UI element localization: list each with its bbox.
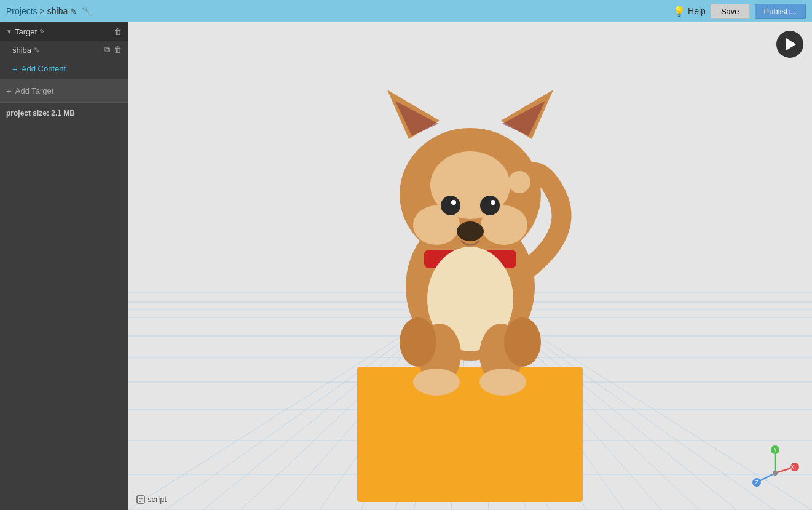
target-section: ▼ Target ✎ 🗑 shiba ✎ ⧉ 🗑 + (0, 22, 128, 79)
help-label: Help (688, 6, 706, 16)
script-label: script (148, 495, 167, 504)
add-target-plus-icon: + (6, 86, 12, 96)
axes-widget: X Y Z (751, 442, 800, 492)
top-bar: Projects > shiba ✎ 🔧 💡 Help Save Publish… (0, 0, 812, 22)
script-icon (136, 495, 145, 504)
shiba-delete-icon[interactable]: 🗑 (114, 45, 122, 55)
shiba-copy-icon[interactable]: ⧉ (104, 45, 110, 55)
target-header: ▼ Target ✎ 🗑 (0, 22, 128, 41)
collapse-triangle-icon[interactable]: ▼ (6, 28, 12, 35)
svg-point-54 (400, 317, 436, 367)
shiba-item-row: shiba ✎ ⧉ 🗑 (0, 41, 128, 58)
add-target-row[interactable]: + Add Target (0, 79, 128, 103)
play-icon (786, 38, 796, 50)
shiba-3d-scene (128, 22, 812, 510)
settings-icon[interactable]: 🔧 (82, 6, 93, 17)
svg-point-52 (413, 369, 460, 396)
help-button[interactable]: 💡 Help (673, 6, 706, 17)
svg-point-55 (504, 317, 541, 367)
svg-point-46 (491, 200, 495, 205)
shiba-item-edit-icon[interactable]: ✎ (34, 46, 39, 54)
shiba-item-left: shiba ✎ (12, 46, 39, 55)
add-content-label: Add Content (22, 64, 66, 73)
target-delete-icon[interactable]: 🗑 (114, 27, 122, 36)
top-bar-right-controls: 💡 Help Save Publish... (673, 4, 806, 19)
project-name-edit-icon[interactable]: ✎ (70, 7, 77, 16)
main-content: ▼ Target ✎ 🗑 shiba ✎ ⧉ 🗑 + (0, 22, 812, 510)
svg-point-63 (773, 471, 778, 476)
shiba-item-name: shiba (12, 46, 31, 55)
breadcrumb: Projects > shiba ✎ 🔧 (6, 6, 673, 17)
svg-point-47 (457, 221, 484, 241)
sidebar: ▼ Target ✎ 🗑 shiba ✎ ⧉ 🗑 + (0, 22, 128, 510)
play-button[interactable] (776, 31, 803, 58)
svg-point-45 (451, 200, 456, 205)
svg-point-53 (479, 369, 526, 396)
save-button[interactable]: Save (711, 4, 750, 19)
breadcrumb-project-name: shiba (47, 6, 68, 16)
breadcrumb-separator: > (40, 6, 45, 16)
svg-point-44 (480, 196, 500, 215)
target-edit-icon[interactable]: ✎ (39, 28, 45, 36)
x-axis-label: X (790, 464, 794, 470)
target-header-left: ▼ Target ✎ (6, 27, 45, 36)
add-content-plus-icon: + (12, 63, 18, 74)
svg-point-56 (508, 171, 530, 193)
svg-point-43 (441, 196, 460, 215)
y-axis-label: Y (773, 447, 777, 453)
script-button[interactable]: script (136, 495, 167, 504)
breadcrumb-projects-link[interactable]: Projects (6, 6, 37, 16)
project-size-row: project size: 2.1 MB (0, 103, 128, 124)
help-icon: 💡 (673, 6, 685, 17)
add-content-row[interactable]: + Add Content (0, 58, 128, 79)
project-size-label: project size: 2.1 MB (6, 109, 75, 118)
z-axis-label: Z (755, 479, 759, 485)
target-label: Target (15, 27, 37, 36)
publish-button[interactable]: Publish... (755, 4, 806, 19)
viewport: X Y Z script (128, 22, 812, 510)
add-target-label: Add Target (15, 86, 54, 95)
shiba-item-right: ⧉ 🗑 (104, 45, 122, 55)
